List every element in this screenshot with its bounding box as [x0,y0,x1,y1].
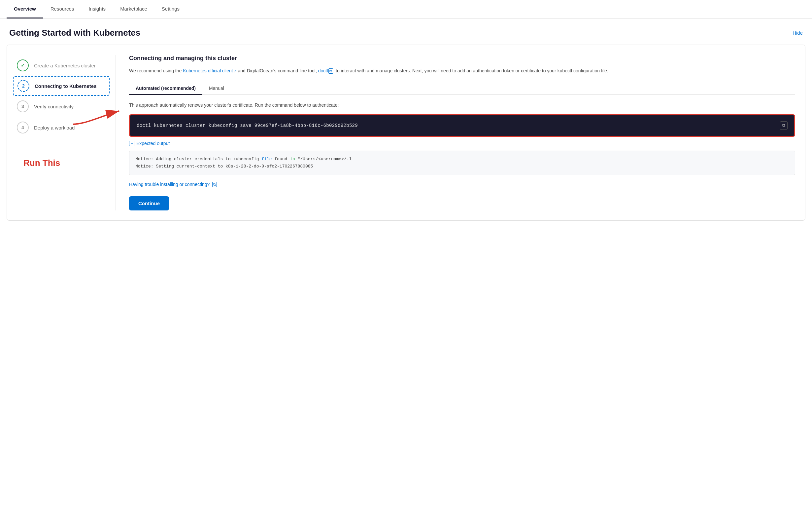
output-line-1: Notice: Adding cluster credentials to ku… [135,156,789,163]
desc-part1: We recommend using the [129,68,183,73]
step-1-label: Create a Kubernetes cluster [34,63,96,69]
page-title: Getting Started with Kubernetes [9,28,140,38]
command-text: doctl kubernetes cluster kubeconfig save… [137,123,776,128]
output-line-2: Notice: Setting current-context to k8s-1… [135,163,789,170]
steps-panel: ✓ Create a Kubernetes cluster 2 Connecti… [17,55,116,210]
page-header: Getting Started with Kubernetes Hide [0,19,812,45]
expected-output-toggle[interactable]: − Expected output [129,141,795,146]
annotation-wrapper: doctl kubernetes cluster kubeconfig save… [129,114,795,137]
ext-icon-k8s: ↗ [234,69,237,74]
copy-command-button[interactable]: ⧉ [780,121,788,130]
tab-overview[interactable]: Overview [7,0,43,19]
output-block: Notice: Adding cluster credentials to ku… [129,151,795,175]
tabs-bar: Overview Resources Insights Marketplace … [0,0,812,19]
section-title: Connecting and managing this cluster [129,55,795,62]
k8s-link[interactable]: Kubernetes official client [183,68,233,73]
run-this-annotation: Run This [17,158,106,168]
subtab-manual[interactable]: Manual [202,82,231,95]
doctl-link[interactable]: doctl [318,68,328,73]
output-line-1-colored: file [261,157,272,161]
step-3-label: Verify connectivity [34,104,74,109]
approach-text: This approach automatically renews your … [129,101,795,109]
tab-marketplace[interactable]: Marketplace [113,0,155,19]
step-3-circle: 3 [17,100,29,112]
tab-insights[interactable]: Insights [81,0,113,19]
continue-button[interactable]: Continue [129,196,169,210]
step-1: ✓ Create a Kubernetes cluster [17,55,106,76]
output-line-1-suffix: "/Users/<username>/.l [295,157,352,161]
step-2-label: Connecting to Kubernetes [35,83,97,89]
tab-resources[interactable]: Resources [43,0,82,19]
output-line-1-colored2: in [290,157,295,161]
step-4[interactable]: 4 Deploy a workload [17,117,106,138]
output-line-1-middle: found [272,157,290,161]
output-line-1-prefix: Notice: Adding cluster credentials to ku… [135,157,261,161]
subtab-automated[interactable]: Automated (recommended) [129,82,202,95]
description-text: We recommend using the Kubernetes offici… [129,67,795,74]
hide-link[interactable]: Hide [792,30,803,36]
tab-settings[interactable]: Settings [155,0,187,19]
trouble-link-icon: ⧉ [212,182,217,187]
step-4-label: Deploy a workload [34,125,75,130]
command-block: doctl kubernetes cluster kubeconfig save… [129,114,795,137]
run-this-text: Run This [23,158,60,168]
step-4-circle: 4 [17,122,29,133]
copy-icon-doctl: ⧉ [329,69,333,74]
desc-part3: , to interact with and manage clusters. … [333,68,608,73]
trouble-link[interactable]: Having trouble installing or connecting?… [129,182,795,187]
output-line-2-prefix: Notice: Setting current-context to k8s-1… [135,164,313,169]
expected-output-label: Expected output [136,141,170,146]
step-1-circle: ✓ [17,59,29,71]
toggle-icon: − [129,141,134,146]
two-col-layout: ✓ Create a Kubernetes cluster 2 Connecti… [17,55,795,210]
subtabs: Automated (recommended) Manual [129,82,795,95]
step-2[interactable]: 2 Connecting to Kubernetes [13,76,110,96]
step-2-circle: 2 [18,80,29,92]
desc-part2: and DigitalOcean's command-line tool, [238,68,318,73]
trouble-link-text: Having trouble installing or connecting? [129,182,209,187]
content-card: ✓ Create a Kubernetes cluster 2 Connecti… [7,45,805,221]
step-3[interactable]: 3 Verify connectivity [17,96,106,117]
page-wrapper: Overview Resources Insights Marketplace … [0,0,812,520]
content-panel: Connecting and managing this cluster We … [116,55,795,210]
